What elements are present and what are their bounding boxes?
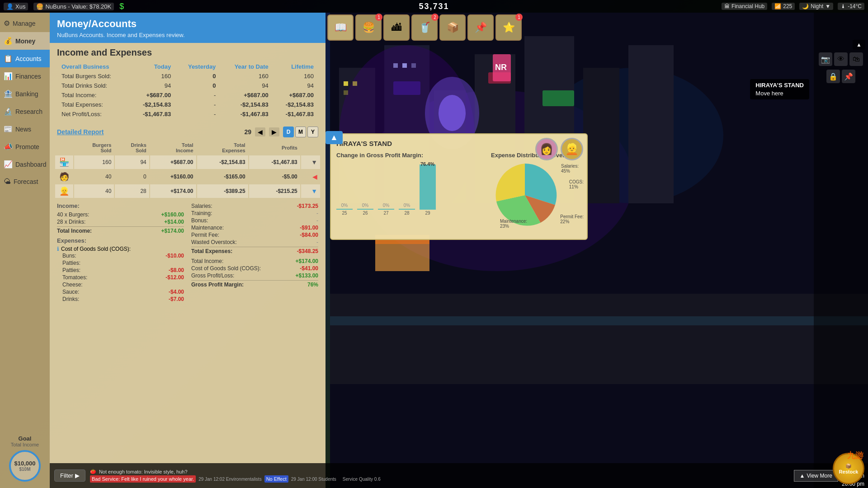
company-pill[interactable]: 🍔 NuBuns - Value: $78.20K: [33, 3, 114, 10]
sidebar-item-news[interactable]: 📰 News: [0, 120, 50, 138]
sidebar-item-accounts[interactable]: 📋 Accounts: [0, 50, 50, 67]
tomato-icon: 🍅: [90, 469, 96, 474]
sum-margin: Gross Profit Margin: 76%: [191, 280, 318, 288]
dollar-icon: $: [119, 2, 124, 11]
goal-label: Goal: [4, 435, 46, 442]
avatar-1[interactable]: 👩: [535, 138, 558, 160]
ie-col-yesterday: Yesterday: [175, 62, 219, 71]
pie-label-cogs: COGS:11%: [569, 179, 584, 189]
row-scroll[interactable]: ▼: [301, 184, 320, 198]
svg-rect-21: [411, 63, 416, 68]
grey-box-button[interactable]: 📦: [439, 14, 466, 41]
prev-page-button[interactable]: ◀: [255, 127, 265, 136]
detailed-report-link[interactable]: Detailed Report: [57, 128, 104, 136]
ie-expenses-ytd: -$2,154.83: [220, 100, 272, 109]
collapse-up-btn[interactable]: ▲: [853, 40, 865, 50]
action-row-1: 📷 👁 🛍: [819, 52, 863, 66]
row-scroll[interactable]: ◀: [301, 170, 320, 183]
financial-hub-label: Financial Hub: [731, 3, 764, 9]
training-value: -: [316, 210, 318, 216]
ie-drinks-yesterday: 0: [175, 81, 219, 90]
sidebar-item-dashboard[interactable]: 📈 Dashboard: [0, 155, 50, 173]
bar-visual-29: [420, 164, 436, 210]
cogs-title: Cost of Goods Sold (COGS):: [61, 246, 131, 252]
col-scroll: [301, 141, 320, 155]
bad-service-badge: Bad Service: Felt like I ruined your who…: [90, 475, 196, 483]
bar-label-25: 25: [342, 211, 347, 216]
lock-icon[interactable]: 🔒: [826, 70, 840, 83]
cup-button[interactable]: 🥤 2: [411, 14, 438, 41]
filter-y-button[interactable]: Y: [307, 127, 318, 137]
news-icon: 📰: [4, 125, 13, 133]
manage-icon: ⚙: [4, 19, 10, 28]
view-more-button[interactable]: ▲ View More: [794, 470, 838, 482]
income-section-title: Income:: [57, 202, 184, 209]
book-button[interactable]: 📖: [327, 14, 354, 41]
cogs-patties-2: Patties: -$8.00: [57, 267, 184, 274]
bar-chart-title: Change in Gross Profit Margin:: [336, 152, 486, 159]
filter-m-button[interactable]: M: [295, 127, 306, 137]
tomatoes-label: Tomatoes:: [62, 274, 87, 281]
view-more-label: View More: [807, 473, 832, 479]
burger-button[interactable]: 🍔 1: [355, 14, 382, 41]
ie-row-label: Total Income:: [58, 91, 129, 99]
svg-rect-9: [628, 45, 674, 203]
sidebar-item-money[interactable]: 💰 Money: [0, 32, 50, 50]
sidebar-item-research[interactable]: 🔬 Research: [0, 103, 50, 120]
scroll-down-button[interactable]: ▼: [311, 159, 317, 166]
map-pin-button[interactable]: 📌: [467, 14, 494, 41]
bar-label-28: 28: [404, 211, 409, 216]
collapse-button[interactable]: ▲: [326, 131, 343, 144]
right-panel: ▲ 📷 👁 🛍 🔒 📌: [814, 13, 868, 488]
next-page-button[interactable]: ▶: [269, 127, 279, 136]
user-pill[interactable]: 👤 Xus: [4, 3, 28, 10]
goal-target: $10M: [19, 467, 30, 472]
camera-icon[interactable]: 📷: [819, 52, 832, 66]
total-income-value: +$174.00: [161, 228, 184, 234]
filter-d-button[interactable]: D: [283, 127, 294, 137]
bar-value-label: 76.4%: [420, 161, 434, 167]
row-profits: -$215.25: [249, 184, 300, 198]
bar-pct-28: 0%: [404, 203, 410, 208]
row-icon: 🧑: [55, 170, 73, 183]
income-row-burgers: 40 x Burgers: +$160.00: [57, 211, 184, 218]
sidebar-label-accounts: Accounts: [15, 55, 42, 62]
bar-pct-27: 0%: [383, 203, 389, 208]
scroll-up-button[interactable]: ◀: [312, 173, 317, 180]
sidebar-item-promote[interactable]: 📣 Promote: [0, 138, 50, 155]
goal-box: Goal Total Income $10,000 $10M: [0, 432, 50, 488]
total-exp-label: Total Expenses:: [191, 248, 232, 254]
filter-button[interactable]: Filter ▶: [54, 469, 85, 482]
table-row[interactable]: 🏪 160 94 +$687.00 -$2,154.83 -$1,467.83 …: [55, 155, 320, 169]
table-row[interactable]: 🧑 40 0 +$160.00 -$165.00 -$5.00 ◀: [55, 170, 320, 183]
col-total-income: TotalIncome: [150, 141, 196, 155]
map-pin-icon[interactable]: 📌: [842, 70, 855, 83]
col-burgers-sold: BurgersSold: [74, 141, 114, 155]
sauce-value: -$4.00: [169, 289, 184, 295]
table-row[interactable]: 👱 40 28 +$174.00 -$389.25 -$215.25 ▼: [55, 184, 320, 198]
bag-icon[interactable]: 🛍: [849, 52, 863, 66]
star-button[interactable]: ⭐ 1: [495, 14, 522, 41]
buildings-button[interactable]: 🏙: [383, 14, 410, 41]
night-pill[interactable]: 🌙 Night ▼: [799, 3, 833, 10]
patties2-label: Patties:: [62, 267, 80, 273]
permit-label: Permit Fee:: [191, 232, 219, 238]
sidebar-item-banking[interactable]: 🏦 Banking: [0, 85, 50, 103]
avatar-area: 👩 👱: [535, 138, 583, 160]
row-income: +$174.00: [150, 184, 196, 198]
sidebar-item-finances[interactable]: 📊 Finances: [0, 67, 50, 85]
eye-icon[interactable]: 👁: [834, 52, 848, 66]
ie-burgers-ytd: 160: [220, 72, 272, 80]
avatar-2[interactable]: 👱: [561, 138, 583, 160]
sidebar-item-manage[interactable]: ⚙ Manage: [0, 14, 50, 32]
exp-salaries: Salaries: -$173.25: [191, 202, 318, 210]
ie-row-label: Total Drinks Sold:: [58, 81, 129, 90]
sidebar-item-forecast[interactable]: 🌤 Forecast: [0, 173, 50, 190]
row-scroll[interactable]: ▼: [301, 155, 320, 169]
hub-icon: 🏛: [724, 3, 730, 9]
cup-icon: 🥤: [419, 22, 431, 33]
center-value: 53,731: [419, 2, 449, 11]
notification-area: 🍅 Not enough tomato: Invisible style, hu…: [85, 469, 794, 483]
financial-hub-pill[interactable]: 🏛 Financial Hub: [722, 3, 767, 10]
scroll-down-button-2[interactable]: ▼: [311, 188, 317, 195]
